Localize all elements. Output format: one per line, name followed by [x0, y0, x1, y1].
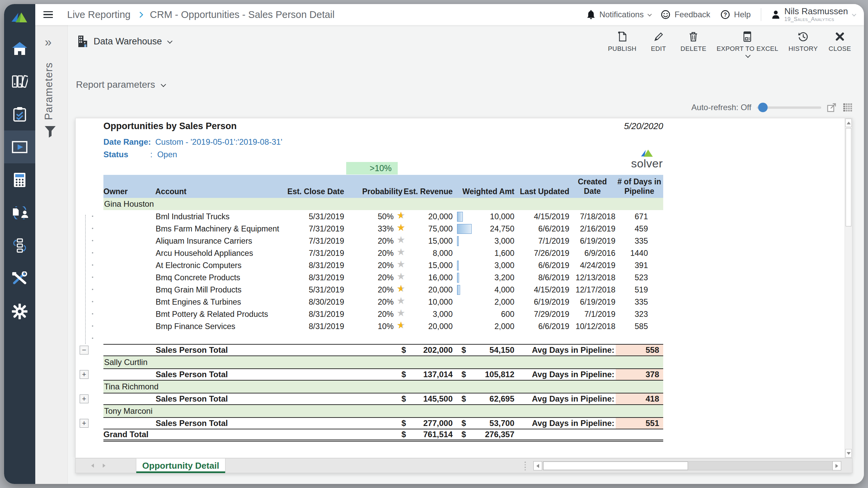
sidebar-item-settings[interactable] — [4, 295, 35, 328]
export-to-excel-button[interactable]: EXPORT TO EXCEL — [716, 31, 778, 58]
help-button[interactable]: ? Help — [721, 10, 751, 19]
sidebar-item-home[interactable] — [4, 32, 35, 65]
revenue-data-bar — [457, 236, 459, 246]
weighted-amt-cell: 24,750 — [474, 224, 514, 233]
sidebar-item-process-flow[interactable] — [4, 229, 35, 262]
sidebar-item-budgeting[interactable] — [4, 163, 35, 196]
revenue-cell: 10,000 — [408, 298, 453, 307]
sidebar-item-assignments[interactable] — [4, 98, 35, 130]
probability-cell: 10% — [344, 322, 394, 331]
next-sheet-button[interactable] — [103, 464, 105, 468]
table-row[interactable]: At Electronic Computers 8/31/2019 20% ★ … — [103, 259, 663, 271]
auto-refresh-slider[interactable] — [757, 102, 821, 113]
table-row[interactable]: Bms Farm Machinery & Equipment 7/31/2019… — [103, 222, 663, 235]
table-row[interactable]: Aliquam Insurance Carriers 7/31/2019 20%… — [103, 235, 663, 247]
feedback-button[interactable]: Feedback — [661, 10, 710, 19]
scroll-up-button[interactable] — [845, 119, 852, 127]
sidebar-item-data-collaboration[interactable] — [4, 196, 35, 229]
row-marker-dot — [92, 313, 93, 314]
revenue-cell: 15,000 — [408, 237, 453, 246]
solver-brand-text: solver — [629, 157, 665, 170]
weighted-amt-cell: 3,000 — [474, 237, 514, 246]
group-owner-row: Tina Richmond — [103, 381, 663, 393]
revenue-bar-cell — [453, 308, 474, 321]
probability-star: ★ ★ — [394, 235, 408, 247]
table-row[interactable]: Bml Industrial Trucks 5/31/2019 50% ★ ★ … — [103, 210, 663, 222]
account-cell: Bmt Engines & Turbines — [103, 298, 293, 307]
total-label: Sales Person Total — [103, 419, 401, 428]
vertical-scroll-thumb[interactable] — [846, 128, 851, 226]
tab-opportunity-detail[interactable]: Opportunity Detail — [136, 459, 225, 473]
account-cell: Bmp Finance Services — [103, 322, 293, 331]
table-row[interactable]: Bmt Pottery & Related Products 8/31/2019… — [103, 308, 663, 320]
scroll-down-button[interactable] — [845, 449, 852, 458]
publish-button[interactable]: PUBLISH — [608, 31, 636, 53]
collapse-group-button[interactable]: − — [80, 346, 88, 354]
table-row[interactable]: Bmp Finance Services 8/31/2019 10% ★ ★ 2… — [103, 320, 663, 332]
table-row[interactable]: Bmq Concrete Products 8/31/2019 20% ★ ★ … — [103, 271, 663, 283]
previous-sheet-button[interactable] — [91, 464, 94, 468]
data-source-selector[interactable]: Data Warehouse — [77, 35, 171, 47]
parameters-panel-label[interactable]: Parameters — [43, 62, 55, 120]
menu-toggle-button[interactable] — [43, 9, 53, 20]
expand-panel-icon[interactable]: » — [45, 35, 52, 49]
open-in-new-icon[interactable] — [827, 102, 837, 113]
row-gutter: − + + + — [76, 118, 103, 458]
table-row[interactable]: Arcu Household Appliances 7/31/2019 20% … — [103, 247, 663, 259]
tab-nav-arrows — [91, 459, 105, 473]
probability-cell: 20% — [344, 249, 394, 258]
revenue-cell: 20,000 — [408, 322, 453, 331]
history-button[interactable]: HISTORY — [788, 31, 818, 53]
close-button[interactable]: CLOSE — [828, 31, 852, 53]
probability-star: ★ ★ — [394, 296, 408, 308]
table-row[interactable]: Bmq Grain Mill Products 5/31/2019 20% ★ … — [103, 283, 663, 296]
expand-group-button[interactable]: + — [80, 419, 88, 428]
group-owner-row: Gina Houston — [103, 198, 663, 210]
scroll-left-button[interactable] — [533, 461, 542, 470]
probability-cell: 33% — [344, 224, 394, 233]
revenue-cell: 15,000 — [408, 261, 453, 270]
days-in-pipeline-cell: 323 — [615, 310, 648, 319]
revenue-data-bar — [457, 224, 472, 234]
report-parameters-toggle[interactable]: Report parameters — [76, 79, 165, 90]
created-date-cell: 6/19/2019 — [569, 237, 615, 246]
user-menu[interactable]: Nils Rasmussen 19_Sales_Analytics — [771, 7, 855, 22]
revenue-bar-cell — [453, 235, 474, 247]
edit-button[interactable]: EDIT — [647, 31, 670, 53]
grid-view-icon[interactable] — [842, 102, 853, 113]
filter-funnel-icon[interactable] — [44, 125, 56, 138]
chevron-down-icon[interactable] — [745, 53, 751, 58]
last-updated-cell: 4/15/2019 — [514, 212, 569, 221]
horizontal-scrollbar[interactable] — [543, 461, 841, 470]
currency: $ — [461, 345, 472, 355]
expand-group-button[interactable]: + — [80, 394, 88, 403]
expand-group-button[interactable]: + — [80, 370, 88, 379]
revenue-cell: 3,000 — [408, 310, 453, 319]
sidebar-item-archives[interactable] — [4, 65, 35, 98]
probability-star: ★ ★ — [394, 247, 408, 260]
probability-cell: 20% — [344, 273, 394, 282]
notifications-button[interactable]: Notifications — [587, 9, 651, 20]
solver-triangle-icon — [639, 149, 655, 158]
probability-star-icon: ★ ★ — [397, 308, 407, 319]
scroll-right-button[interactable] — [832, 461, 841, 470]
probability-legend: >10% — [346, 162, 398, 175]
slider-knob[interactable] — [758, 103, 768, 112]
revenue-cell: 20,000 — [408, 212, 453, 221]
horizontal-scroll-thumb[interactable] — [543, 462, 688, 470]
vertical-scrollbar[interactable] — [845, 118, 852, 458]
table-row[interactable]: Bmt Engines & Turbines 8/30/2019 20% ★ ★… — [103, 296, 663, 308]
sidebar-item-live-reporting[interactable] — [4, 130, 35, 163]
sidebar-item-tools[interactable] — [4, 262, 35, 295]
date-range-value: Custom - '2019-05-01':'2019-08-31' — [155, 137, 282, 147]
created-date-cell: 12/13/2018 — [569, 273, 615, 282]
user-icon — [771, 9, 780, 20]
breadcrumb-section[interactable]: Live Reporting — [67, 9, 131, 20]
last-updated-cell: 8/6/2019 — [514, 273, 569, 282]
weighted-amt-cell: 3,200 — [474, 273, 514, 282]
close-icon — [835, 31, 845, 42]
delete-button[interactable]: DELETE — [680, 31, 706, 53]
created-date-cell: 6/9/2016 — [569, 249, 615, 258]
splitter-grip[interactable] — [525, 462, 526, 470]
probability-star-icon: ★ ★ — [397, 271, 407, 282]
